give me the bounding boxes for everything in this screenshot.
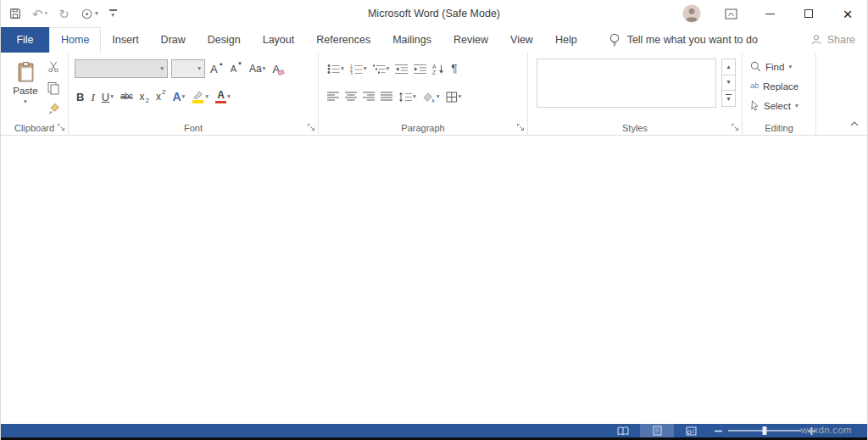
copy-button[interactable] <box>44 80 63 96</box>
bullets-button[interactable]: ▾ <box>326 59 346 78</box>
shading-dropdown-arrow[interactable]: ▾ <box>437 93 440 100</box>
highlight-dropdown-arrow[interactable]: ▾ <box>205 93 209 100</box>
read-mode-button[interactable] <box>606 424 640 437</box>
superscript-mark: 2 <box>162 89 165 96</box>
align-right-button[interactable] <box>361 87 376 106</box>
tab-view[interactable]: View <box>499 27 544 53</box>
underline-dropdown-arrow[interactable]: ▾ <box>110 93 114 100</box>
text-effects-button[interactable]: A▾ <box>170 87 186 106</box>
tell-me-box[interactable]: Tell me what you want to do <box>609 27 758 53</box>
account-button[interactable] <box>672 0 711 27</box>
ribbon-tab-row: File Home Insert Draw Design Layout Refe… <box>1 27 867 53</box>
styles-scroll-up-button[interactable]: ▲ <box>721 58 736 75</box>
strikethrough-letters: abc <box>120 92 133 101</box>
line-spacing-dropdown-arrow[interactable]: ▾ <box>413 93 416 100</box>
select-button[interactable]: Select ▾ <box>750 97 798 114</box>
tell-me-label: Tell me what you want to do <box>627 34 758 46</box>
tab-file[interactable]: File <box>1 27 49 53</box>
shading-button[interactable]: ▾ <box>420 87 442 106</box>
italic-button[interactable]: I <box>89 87 96 106</box>
numbering-dropdown-arrow[interactable]: ▾ <box>364 65 367 72</box>
multilevel-dropdown-arrow[interactable]: ▾ <box>387 65 390 72</box>
grow-font-button[interactable]: A▲ <box>209 59 225 78</box>
underline-button[interactable]: U▾ <box>100 87 115 106</box>
borders-dropdown-arrow[interactable]: ▾ <box>459 93 462 100</box>
undo-button[interactable]: ↶▾ <box>32 8 47 20</box>
font-name-dropdown-arrow[interactable]: ▾ <box>160 65 164 72</box>
web-layout-button[interactable] <box>674 424 708 437</box>
customize-qat-button[interactable]: ▾ <box>109 9 117 19</box>
paragraph-dialog-launcher[interactable] <box>515 122 525 131</box>
font-color-dropdown-arrow[interactable]: ▾ <box>227 93 231 100</box>
highlight-color-button[interactable]: ▾ <box>190 87 210 106</box>
format-painter-button[interactable] <box>44 101 63 117</box>
maximize-button[interactable] <box>789 0 828 27</box>
align-left-button[interactable] <box>326 87 341 106</box>
font-size-combobox[interactable]: ▾ <box>171 59 205 78</box>
change-case-dropdown-arrow[interactable]: ▾ <box>263 65 266 72</box>
zoom-thumb[interactable] <box>763 426 767 435</box>
change-case-button[interactable]: Aa▾ <box>248 59 267 78</box>
touch-mouse-mode-button[interactable]: ▾ <box>81 8 98 20</box>
text-effects-dropdown-arrow[interactable]: ▾ <box>182 93 186 100</box>
share-button[interactable]: Share <box>810 27 855 53</box>
increase-indent-button[interactable] <box>412 59 428 78</box>
clipboard-dialog-launcher[interactable] <box>56 122 65 131</box>
tab-draw[interactable]: Draw <box>150 27 197 53</box>
font-dialog-launcher[interactable] <box>306 122 315 131</box>
replace-button[interactable]: ab Replace <box>750 77 798 95</box>
select-pointer-icon <box>750 100 760 111</box>
paste-dropdown-arrow[interactable]: ▾ <box>24 98 27 105</box>
document-canvas[interactable] <box>1 136 867 423</box>
font-name-combobox[interactable]: ▾ <box>75 59 168 78</box>
tab-references[interactable]: References <box>305 27 381 53</box>
strikethrough-button[interactable]: abc <box>119 87 135 106</box>
svg-text:Z: Z <box>432 70 436 75</box>
clear-formatting-button[interactable]: A <box>270 59 286 78</box>
minimize-button[interactable] <box>750 0 789 27</box>
find-button[interactable]: Find ▾ <box>750 58 798 75</box>
multilevel-list-button[interactable]: ▾ <box>371 59 392 78</box>
decrease-indent-button[interactable] <box>393 59 409 78</box>
tab-insert[interactable]: Insert <box>101 27 149 53</box>
show-formatting-marks-button[interactable]: ¶ <box>449 59 459 78</box>
tab-design[interactable]: Design <box>197 27 252 53</box>
save-button[interactable] <box>9 8 21 19</box>
zoom-out-button[interactable] <box>708 424 728 437</box>
paste-button[interactable]: Paste ▾ <box>7 57 44 122</box>
close-button[interactable]: × <box>828 0 867 27</box>
borders-button[interactable]: ▾ <box>444 87 464 106</box>
tab-mailings[interactable]: Mailings <box>381 27 442 53</box>
tab-home[interactable]: Home <box>49 27 101 53</box>
styles-more-button[interactable]: ▼ <box>721 90 736 107</box>
cut-button[interactable] <box>44 58 63 75</box>
find-dropdown-arrow[interactable]: ▾ <box>788 64 792 70</box>
shrink-font-button[interactable]: A▼ <box>229 59 244 78</box>
line-spacing-button[interactable]: ▾ <box>397 87 418 106</box>
tab-review[interactable]: Review <box>442 27 499 53</box>
tab-layout[interactable]: Layout <box>252 27 306 53</box>
editing-buttons: Find ▾ ab Replace Select ▾ <box>750 58 798 114</box>
zoom-slider[interactable] <box>728 424 801 437</box>
ribbon-display-options-button[interactable] <box>711 0 750 27</box>
select-dropdown-arrow[interactable]: ▾ <box>795 103 798 109</box>
justify-button[interactable] <box>379 87 394 106</box>
print-layout-button[interactable] <box>640 424 674 437</box>
numbering-button[interactable]: 123 ▾ <box>348 59 369 78</box>
undo-dropdown-arrow[interactable]: ▾ <box>45 10 48 17</box>
styles-scroll-down-button[interactable]: ▼ <box>721 75 736 92</box>
font-size-dropdown-arrow[interactable]: ▾ <box>198 65 201 72</box>
sort-button[interactable]: AZ <box>431 59 447 78</box>
styles-dialog-launcher[interactable] <box>730 122 739 131</box>
align-center-button[interactable] <box>343 87 359 106</box>
bold-button[interactable]: B <box>75 87 86 106</box>
font-color-button[interactable]: A ▾ <box>214 87 232 106</box>
superscript-button[interactable]: x2 <box>154 87 167 106</box>
styles-gallery[interactable] <box>537 58 716 108</box>
redo-button[interactable]: ↻ <box>58 8 70 20</box>
touch-mode-dropdown-arrow[interactable]: ▾ <box>95 10 98 17</box>
collapse-ribbon-button[interactable] <box>849 115 860 131</box>
subscript-button[interactable]: x2 <box>138 87 151 106</box>
bullets-dropdown-arrow[interactable]: ▾ <box>341 65 344 72</box>
tab-help[interactable]: Help <box>544 27 588 53</box>
